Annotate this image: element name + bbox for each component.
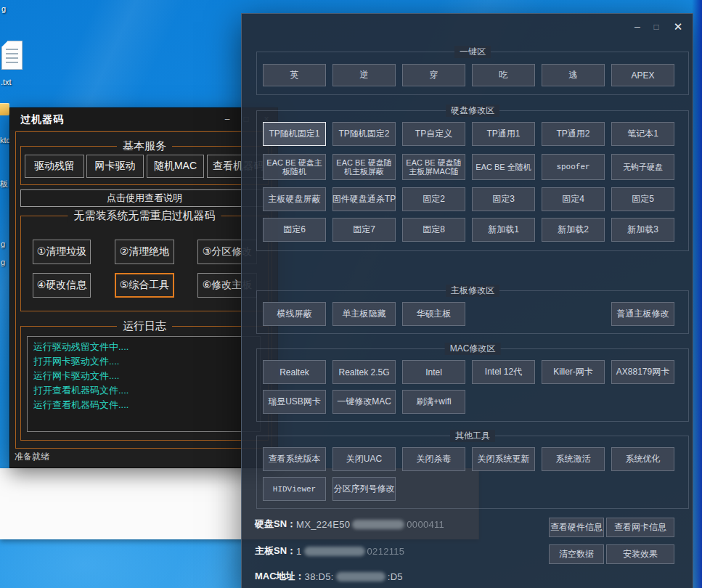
btn-普通主板修改[interactable]: 普通主板修改 [611,302,674,326]
btn-横线屏蔽[interactable]: 横线屏蔽 [263,302,326,326]
btn-逃[interactable]: 逃 [542,64,605,86]
btn-固定7[interactable]: 固定7 [332,218,396,242]
btn-笔记本1[interactable]: 笔记本1 [611,122,674,146]
left-window-titlebar[interactable]: 过机器码 – □ × [10,108,277,130]
group-硬盘修改区: 硬盘修改区TP随机固定1TP随机固定2TP自定义TP通用1TP通用2笔记本1EA… [256,110,689,251]
btn-逆[interactable]: 逆 [332,64,396,86]
btn-固定4[interactable]: 固定4 [542,187,605,211]
btn-HIDViewer[interactable]: HIDViewer [263,477,326,501]
board-sn-label: 主板SN： [255,544,296,558]
redaction-smudge [336,572,385,581]
btn-spoofer[interactable]: spoofer [542,154,605,180]
btn-EAC BE 硬盘主板随机[interactable]: EAC BE 硬盘主板随机 [263,154,326,180]
view-hardware-info-button[interactable]: 查看硬件信息 [549,518,604,537]
folder-icon[interactable] [0,103,9,115]
btn-Realtek 2.5G[interactable]: Realtek 2.5G [332,360,396,384]
btn-固定5[interactable]: 固定5 [611,187,674,211]
btn-无钩子硬盘[interactable]: 无钩子硬盘 [611,154,674,180]
btn-固件硬盘通杀TP[interactable]: 固件硬盘通杀TP [332,187,396,211]
btn-新加载3[interactable]: 新加载3 [611,218,674,242]
text-file-label[interactable]: .txt [1,78,12,86]
btn-固定2[interactable]: 固定2 [402,187,465,211]
btn-Intel 12代[interactable]: Intel 12代 [472,360,535,384]
left-window: 过机器码 – □ × 基本服务 点击使用查看说明 无需装系统无需重启过机器码 运… [9,107,278,468]
usage-help-button[interactable]: 点击使用查看说明 [20,189,269,207]
btn-单主板隐藏[interactable]: 单主板隐藏 [332,302,396,326]
btn-吃[interactable]: 吃 [472,64,535,86]
btn-TP随机固定1[interactable]: TP随机固定1 [263,122,326,146]
btn-一键修改MAC[interactable]: 一键修改MAC [332,390,396,414]
btn-①清理垃圾[interactable]: ①清理垃圾 [33,240,91,264]
btn-APEX[interactable]: APEX [611,64,674,86]
install-effect-button[interactable]: 安装效果 [606,544,674,564]
group-title: 硬盘修改区 [446,105,499,117]
btn-网卡驱动[interactable]: 网卡驱动 [86,155,144,178]
btn-固定3[interactable]: 固定3 [472,187,535,211]
board-sn-value: 10212115 [296,546,404,557]
group-title: MAC修改区 [445,343,501,355]
group-一键区: 一键区英逆穿吃逃APEX [256,52,689,95]
minimize-button[interactable]: – [221,114,233,124]
minimize-button[interactable]: – [630,20,645,32]
desktop-icon-label[interactable]: g [1,4,6,13]
btn-④硬改信息[interactable]: ④硬改信息 [33,273,91,298]
disk-sn-row: 硬盘SN： MX_224E500000411 [255,518,444,531]
log-box[interactable]: 运行驱动残留文件中....打开网卡驱动文件....运行网卡驱动文件....打开查… [27,336,261,432]
maximize-button[interactable]: □ [649,22,664,32]
btn-⑤综合工具[interactable]: ⑤综合工具 [115,273,174,298]
log-line: 运行查看机器码文件.... [33,398,254,412]
btn-系统激活[interactable]: 系统激活 [542,447,605,471]
btn-刷满+wifi[interactable]: 刷满+wifi [402,390,465,414]
disk-sn-label: 硬盘SN： [255,518,296,531]
redaction-smudge [304,547,365,556]
btn-TP通用2[interactable]: TP通用2 [542,122,605,146]
btn-Killer-网卡[interactable]: Killer-网卡 [542,360,605,384]
btn-新加载1[interactable]: 新加载1 [472,218,535,242]
group-其他工具: 其他工具查看系统版本关闭UAC关闭杀毒关闭系统更新系统激活系统优化HIDView… [256,436,689,509]
btn-分区序列号修改[interactable]: 分区序列号修改 [332,477,396,501]
btn-固定6[interactable]: 固定6 [263,218,326,242]
btn-瑞昱USB网卡[interactable]: 瑞昱USB网卡 [263,390,326,414]
btn-AX88179网卡[interactable]: AX88179网卡 [611,360,674,384]
btn-系统优化[interactable]: 系统优化 [611,447,674,471]
btn-TP自定义[interactable]: TP自定义 [402,122,465,146]
group-run-log: 运行日志 运行驱动残留文件中....打开网卡驱动文件....运行网卡驱动文件..… [20,326,269,441]
group-title: 一键区 [454,46,491,58]
btn-新加载2[interactable]: 新加载2 [542,218,605,242]
btn-关闭系统更新[interactable]: 关闭系统更新 [472,447,535,471]
btn-TP随机固定2[interactable]: TP随机固定2 [332,122,396,146]
btn-EAC BE 硬盘随机主板屏蔽[interactable]: EAC BE 硬盘随机主板屏蔽 [332,154,396,180]
btn-②清理绝地[interactable]: ②清理绝地 [115,240,174,264]
group-title: 基本服务 [117,139,172,153]
btn-TP通用1[interactable]: TP通用1 [472,122,535,146]
log-line: 运行驱动残留文件中.... [33,340,254,354]
btn-Realtek[interactable]: Realtek [263,360,326,384]
board-sn-row: 主板SN： 10212115 [255,544,404,558]
desktop-icon-label[interactable]: g [1,240,5,248]
text-file-icon[interactable] [1,41,23,70]
mac-address-row: MAC地址： 38:D5::D5 [255,570,403,583]
btn-关闭UAC[interactable]: 关闭UAC [332,447,396,471]
btn-关闭杀毒[interactable]: 关闭杀毒 [402,447,465,471]
btn-随机MAC[interactable]: 随机MAC [147,155,204,178]
close-icon[interactable]: ✕ [671,20,685,33]
group-title: 其他工具 [450,430,495,442]
btn-EAC BE 全随机[interactable]: EAC BE 全随机 [472,154,535,180]
desktop-icon-label[interactable]: 板 [0,179,8,189]
mac-address-label: MAC地址： [255,570,305,583]
clear-data-button[interactable]: 清空数据 [549,544,604,564]
btn-英[interactable]: 英 [263,64,326,86]
btn-穿[interactable]: 穿 [402,64,465,86]
btn-查看系统版本[interactable]: 查看系统版本 [263,447,326,471]
redaction-smudge [352,520,404,529]
btn-Intel[interactable]: Intel [402,360,465,384]
group-主板修改区: 主板修改区横线屏蔽单主板隐藏华硕主板普通主板修改 [256,290,689,334]
btn-EAC BE 硬盘随主板屏MAC随[interactable]: EAC BE 硬盘随主板屏MAC随 [402,154,465,180]
btn-主板硬盘屏蔽[interactable]: 主板硬盘屏蔽 [263,187,326,211]
mac-address-value: 38:D5::D5 [305,571,403,582]
btn-固定8[interactable]: 固定8 [402,218,465,242]
view-nic-info-button[interactable]: 查看网卡信息 [606,518,674,537]
btn-驱动残留[interactable]: 驱动残留 [25,155,84,178]
btn-华硕主板[interactable]: 华硕主板 [402,302,465,326]
desktop-icon-label[interactable]: g [1,258,5,266]
